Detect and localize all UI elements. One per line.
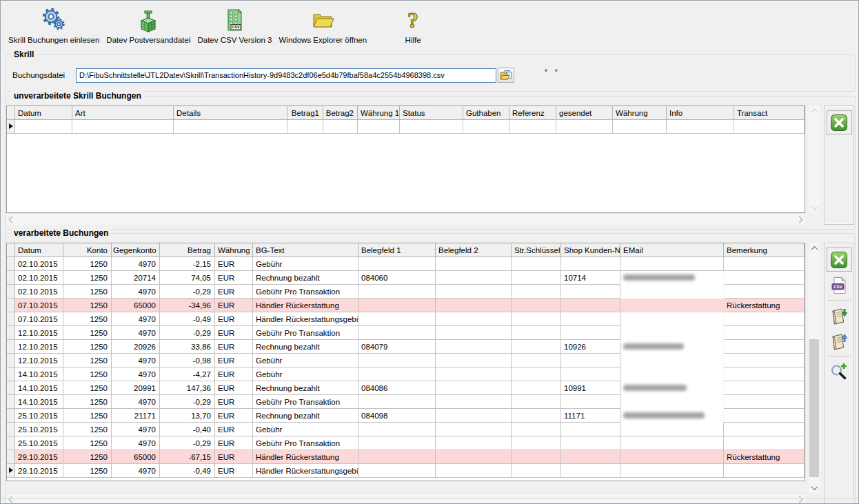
grid-cell[interactable] bbox=[436, 423, 512, 436]
grid-cell[interactable] bbox=[512, 312, 561, 326]
grid-cell[interactable]: EUR bbox=[215, 257, 253, 271]
grid-cell[interactable] bbox=[436, 409, 512, 423]
grid-cell[interactable] bbox=[287, 120, 323, 134]
grid-cell[interactable] bbox=[358, 354, 436, 367]
grid-cell[interactable]: EUR bbox=[215, 423, 253, 436]
grid-cell[interactable]: 11171 bbox=[561, 409, 620, 423]
grid-cell[interactable]: Gebühr bbox=[253, 354, 358, 367]
grid-cell[interactable] bbox=[323, 120, 358, 134]
grid-cell[interactable] bbox=[667, 120, 734, 134]
column-header[interactable]: Datum bbox=[15, 243, 63, 257]
row-selector[interactable] bbox=[7, 381, 15, 395]
grid-cell[interactable] bbox=[358, 312, 436, 326]
grid-cell[interactable]: 1250 bbox=[63, 354, 112, 367]
grid-cell[interactable]: EUR bbox=[215, 354, 253, 367]
grid-cell[interactable] bbox=[436, 464, 512, 478]
grid-cell[interactable] bbox=[724, 423, 805, 436]
grid-cell[interactable] bbox=[561, 464, 620, 478]
column-header[interactable]: Währung bbox=[215, 243, 253, 257]
grid-cell[interactable]: 14.10.2015 bbox=[15, 367, 63, 381]
scroll-right-arrow-icon[interactable] bbox=[796, 216, 803, 223]
grid-cell[interactable]: 4970 bbox=[112, 326, 160, 340]
table-row[interactable]: 02.10.201512502071474,05EURRechnung beza… bbox=[7, 271, 805, 285]
browse-file-button[interactable] bbox=[498, 68, 514, 83]
grid-cell[interactable]: 1250 bbox=[63, 285, 112, 299]
column-header[interactable]: Details bbox=[174, 106, 287, 120]
grid-cell[interactable] bbox=[620, 354, 724, 367]
grid-cell[interactable]: -0,40 bbox=[160, 423, 215, 436]
grid-cell[interactable]: 4970 bbox=[112, 395, 160, 409]
row-selector-header[interactable] bbox=[7, 243, 15, 257]
scroll-down-arrow[interactable] bbox=[809, 202, 820, 213]
grid-cell[interactable]: Gebühr bbox=[253, 423, 358, 436]
grid-cell[interactable] bbox=[358, 436, 436, 450]
buchungsdatei-input[interactable] bbox=[76, 68, 496, 83]
grid-cell[interactable]: 12.10.2015 bbox=[15, 326, 63, 340]
grid-cell[interactable]: -0,29 bbox=[160, 436, 215, 450]
grid-cell[interactable]: 07.10.2015 bbox=[15, 312, 63, 326]
grid-cell[interactable] bbox=[512, 367, 561, 381]
grid-cell[interactable]: Rechnung bezahlt bbox=[253, 409, 358, 423]
column-header[interactable]: Datum bbox=[15, 106, 72, 120]
table-row[interactable]: 25.10.201512502117113,70EURRechnung beza… bbox=[7, 409, 805, 423]
grid-cell[interactable] bbox=[436, 367, 512, 381]
grid-cell[interactable] bbox=[512, 450, 561, 464]
grid-cell[interactable] bbox=[724, 271, 805, 285]
grid-cell[interactable]: 65000 bbox=[112, 299, 160, 312]
grid-cell[interactable]: 02.10.2015 bbox=[15, 257, 63, 271]
grid-cell[interactable]: Rechnung bezahlt bbox=[253, 271, 358, 285]
grid-cell[interactable]: Rückerstattung bbox=[724, 450, 805, 464]
grid-cell[interactable] bbox=[436, 285, 512, 299]
grid-cell[interactable]: 4970 bbox=[112, 464, 160, 478]
column-header[interactable]: Bemerkung bbox=[724, 243, 805, 257]
grid-cell[interactable]: 1250 bbox=[63, 381, 112, 395]
grid-cell[interactable]: 1250 bbox=[63, 326, 112, 340]
column-header[interactable]: Belegfeld 1 bbox=[358, 243, 436, 257]
grid-cell[interactable] bbox=[512, 464, 561, 478]
grid-cell[interactable]: Rückerstattung bbox=[724, 299, 805, 312]
column-header[interactable]: BG-Text bbox=[253, 243, 358, 257]
column-header[interactable]: Info bbox=[667, 106, 734, 120]
grid-cell[interactable]: 4970 bbox=[112, 257, 160, 271]
toolbar-button-skrill-buchungen-einlesen[interactable]: Skrill Buchungen einlesen bbox=[5, 6, 103, 44]
grid-cell[interactable] bbox=[620, 299, 724, 312]
table-row[interactable]: 07.10.201512504970-0,49EURHändler Rücker… bbox=[7, 312, 805, 326]
grid-cell[interactable] bbox=[561, 367, 620, 381]
table-row[interactable] bbox=[7, 120, 805, 134]
grid-cell[interactable]: 084079 bbox=[358, 340, 436, 354]
grid-cell[interactable] bbox=[620, 436, 724, 450]
grid-cell[interactable] bbox=[734, 120, 805, 134]
grid-cell[interactable] bbox=[724, 354, 805, 367]
grid-cell[interactable]: 25.10.2015 bbox=[15, 409, 63, 423]
scrollbar-thumb[interactable] bbox=[809, 339, 819, 477]
row-selector[interactable] bbox=[7, 409, 15, 423]
grid-cell[interactable]: 1250 bbox=[63, 367, 112, 381]
table-row[interactable]: 02.10.201512504970-2,15EURGebühr bbox=[7, 257, 805, 271]
grid-cell[interactable]: 14.10.2015 bbox=[15, 395, 63, 409]
grid-cell[interactable]: 12.10.2015 bbox=[15, 354, 63, 367]
grid-cell[interactable]: 1250 bbox=[63, 423, 112, 436]
column-header[interactable]: Art bbox=[72, 106, 174, 120]
grid-cell[interactable]: 1250 bbox=[63, 409, 112, 423]
grid-cell[interactable]: Gebühr bbox=[253, 257, 358, 271]
table-row[interactable]: 07.10.2015125065000-34,96EURHändler Rück… bbox=[7, 299, 805, 312]
grid-cell[interactable] bbox=[561, 395, 620, 409]
row-selector[interactable] bbox=[7, 423, 15, 436]
grid-cell[interactable]: 07.10.2015 bbox=[15, 299, 63, 312]
grid-cell[interactable]: -67,15 bbox=[160, 450, 215, 464]
grid-cell[interactable] bbox=[436, 326, 512, 340]
grid-cell[interactable] bbox=[512, 436, 561, 450]
grid-cell[interactable] bbox=[620, 464, 724, 478]
grid-cell[interactable] bbox=[620, 395, 724, 409]
column-header[interactable]: Transact bbox=[734, 106, 805, 120]
grid-cell[interactable] bbox=[620, 326, 724, 340]
table-row[interactable]: 14.10.201512504970-0,29EURGebühr Pro Tra… bbox=[7, 395, 805, 409]
grid-cell[interactable] bbox=[436, 381, 512, 395]
toolbar-button-datev-csv-version-3[interactable]: CSV Datev CSV Version 3 bbox=[194, 6, 275, 44]
grid-cell[interactable] bbox=[436, 354, 512, 367]
grid-cell[interactable]: 1250 bbox=[63, 340, 112, 354]
grid-cell[interactable]: 65000 bbox=[112, 450, 160, 464]
grid-cell[interactable]: Gebühr Pro Transaktion bbox=[253, 285, 358, 299]
grid-cell[interactable] bbox=[613, 120, 667, 134]
grid-cell[interactable] bbox=[512, 285, 561, 299]
